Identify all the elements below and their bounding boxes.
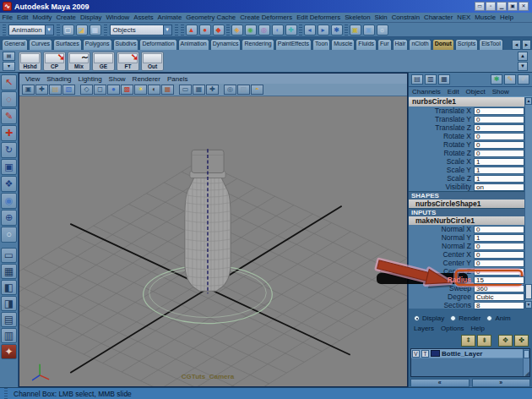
shape-node-bar[interactable]: nurbsCircleShape1 <box>409 200 524 208</box>
shelf-tab-painteffects[interactable]: PaintEffects <box>275 39 312 50</box>
channel-menu-item-channels[interactable]: Channels <box>409 88 444 96</box>
last-tool-icon[interactable]: ○ <box>1 227 17 243</box>
shelf-tab-surfaces[interactable]: Surfaces <box>53 39 82 50</box>
radio-anim[interactable] <box>486 315 492 321</box>
save-scene-icon[interactable]: ▦ <box>90 25 101 36</box>
scroll-up-icon[interactable]: ▲ <box>525 97 532 105</box>
shelf-tab-scripts[interactable]: Scripts <box>455 39 478 50</box>
menu-item-geometry-cache[interactable]: Geometry Cache <box>184 14 238 21</box>
menu-item-animate[interactable]: Animate <box>155 14 184 21</box>
shadows-icon[interactable]: ◐ <box>148 85 160 95</box>
channel-value-field[interactable]: 0 <box>474 107 524 115</box>
wireframe-icon[interactable]: ◇ <box>80 85 93 95</box>
paint-select-tool-icon[interactable]: ✎ <box>1 108 17 124</box>
shelf-button-mix[interactable]: Mix～ <box>68 52 90 71</box>
axis-key-icon[interactable]: ✱ <box>491 74 502 85</box>
viewport-menu-item-lighting[interactable]: Lighting <box>75 75 106 83</box>
menu-item-character[interactable]: Character <box>422 14 455 21</box>
shelf-button-ft[interactable]: FT➘ <box>117 52 139 71</box>
help-line-handle[interactable] <box>4 388 8 399</box>
channel-value-field[interactable]: 0 <box>474 141 524 149</box>
shelf-arrow-icon[interactable]: ▾ <box>3 62 15 71</box>
layer-menu-item-help[interactable]: Help <box>468 325 488 332</box>
channel-value-field[interactable]: 1 <box>474 158 524 166</box>
channel-value-field[interactable]: 0 <box>474 150 524 157</box>
status-line-handle[interactable] <box>104 25 107 36</box>
status-line-handle[interactable] <box>57 25 60 36</box>
channel-value-field[interactable]: 0 <box>474 226 524 233</box>
channel-value-field[interactable]: 1 <box>474 167 524 174</box>
viewport-menu-item-panels[interactable]: Panels <box>164 75 191 83</box>
resolution-gate-icon[interactable]: ▭ <box>179 85 192 95</box>
channel-box-scrollbar[interactable]: ▲ ▼ <box>524 97 532 309</box>
channel-value-field[interactable]: 8 <box>474 302 524 309</box>
xray-icon[interactable]: ▨ <box>237 85 250 95</box>
camera-bookmarks-icon[interactable]: ▤ <box>49 85 62 95</box>
flat-shade-icon[interactable]: ◻ <box>94 85 106 95</box>
tab-scroll-left-icon[interactable]: ◂ <box>512 40 521 50</box>
menu-item-edit[interactable]: Edit <box>15 14 30 21</box>
channel-value-field[interactable]: 1 <box>474 175 524 183</box>
restore-button[interactable]: ▣ <box>508 2 518 11</box>
create-empty-layer-icon[interactable]: ⇞ <box>461 335 475 347</box>
shelf-button-cp[interactable]: CP➘ <box>43 52 66 71</box>
shelf-tab-curves[interactable]: Curves <box>29 39 52 50</box>
channel-value-field[interactable]: 0 <box>474 243 524 250</box>
shelf-tab-general[interactable]: General <box>2 39 28 50</box>
channel-hyperbolic-icon[interactable]: ▦ <box>438 74 450 85</box>
shelf-tab-rendering[interactable]: Rendering <box>242 39 274 50</box>
textured-icon[interactable]: ▩ <box>121 85 133 95</box>
layer-row-bottle-layer[interactable]: VTBottle_Layer <box>411 349 523 358</box>
shelf-tab-animation[interactable]: Animation <box>178 39 209 50</box>
layer-menu-item-options[interactable]: Options <box>437 325 468 332</box>
channel-value-field[interactable]: 0 <box>474 116 524 123</box>
layer-scene-icon[interactable]: ✤ <box>514 335 529 347</box>
channel-value-field[interactable]: Cubic <box>474 293 524 301</box>
menu-item-skeleton[interactable]: Skeleton <box>343 14 372 21</box>
shelf-tab-hair[interactable]: Hair <box>393 39 409 50</box>
two-pane-side-layout-icon[interactable]: ◨ <box>1 296 17 311</box>
new-scene-icon[interactable]: ▢ <box>62 25 74 36</box>
shelf-tab-fluids[interactable]: Fluids <box>356 39 377 50</box>
select-tool-icon[interactable]: ↖ <box>1 74 17 90</box>
select-component-icon[interactable]: ◆ <box>213 25 225 36</box>
scrollbar-thumb[interactable] <box>525 284 532 299</box>
tab-scroll-right-icon[interactable]: ▸ <box>522 40 531 50</box>
window-roll-button[interactable]: ▫ <box>486 2 496 11</box>
shelf-tab-muscle[interactable]: Muscle <box>331 39 355 50</box>
title-bar[interactable]: ∿ Autodesk Maya 2009 ▭▫▁▣✕ <box>0 0 532 13</box>
show-manip-tool-icon[interactable]: ⊕ <box>1 210 17 226</box>
shelf-popup-icon[interactable]: ▤ <box>3 52 15 61</box>
create-layer-assign-icon[interactable]: ⇟ <box>477 335 491 347</box>
channel-menu-item-object[interactable]: Object <box>463 88 489 96</box>
menu-item-display[interactable]: Display <box>78 14 104 21</box>
input-node-bar[interactable]: makeNurbCircle1 <box>409 216 524 225</box>
channel-value-field[interactable]: 0 <box>474 124 524 132</box>
channel-value-field[interactable]: on <box>474 183 524 191</box>
channel-sliders-icon[interactable]: ▤ <box>411 74 423 85</box>
snap-plane-icon[interactable]: ◐ <box>272 25 284 36</box>
menu-item-assets[interactable]: Assets <box>132 14 155 21</box>
radio-render[interactable] <box>450 315 456 321</box>
input-connections-icon[interactable]: ◂ <box>304 25 316 36</box>
status-line-handle[interactable] <box>3 25 6 36</box>
menu-item-modify[interactable]: Modify <box>30 14 54 21</box>
menu-item-help[interactable]: Help <box>498 14 516 21</box>
channel-menu-item-edit[interactable]: Edit <box>444 88 463 96</box>
channel-value-field[interactable]: 0 <box>474 133 524 140</box>
layer-from-selected-icon[interactable]: ✥ <box>498 335 513 347</box>
menu-item-skin[interactable]: Skin <box>372 14 389 21</box>
viewport-menu-item-view[interactable]: View <box>22 75 43 83</box>
lasso-tool-icon[interactable]: ◌ <box>1 91 17 107</box>
menuset-dropdown[interactable]: Animation ▼ <box>8 25 54 36</box>
ipr-render-icon[interactable]: ▣ <box>363 25 375 36</box>
menu-item-edit-deformers[interactable]: Edit Deformers <box>295 14 343 21</box>
menu-item-create[interactable]: Create <box>54 14 78 21</box>
channel-menu-item-show[interactable]: Show <box>489 88 513 96</box>
menu-item-create-deformers[interactable]: Create Deformers <box>238 14 295 21</box>
smooth-shade-icon[interactable]: ● <box>107 85 120 95</box>
select-hierarchy-icon[interactable]: ▲ <box>186 25 198 36</box>
menu-item-constrain[interactable]: Constrain <box>389 14 421 21</box>
shelf-tab-dynamics[interactable]: Dynamics <box>210 39 242 50</box>
shelf-tab-polygons[interactable]: Polygons <box>83 39 112 50</box>
